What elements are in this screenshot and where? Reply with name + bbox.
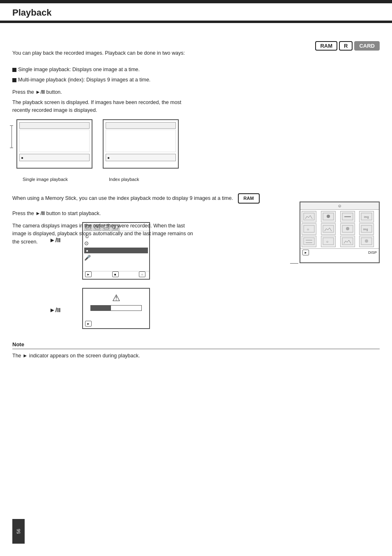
playpause-icon-2: ►/II	[49, 306, 60, 313]
top-bar	[0, 0, 392, 3]
vline-left	[12, 125, 12, 148]
play-pause-label-2: ►/II	[35, 211, 45, 216]
thumb-1	[302, 211, 316, 222]
svg-point-28	[365, 239, 368, 243]
arrow-line	[290, 263, 298, 264]
screen-index-content	[106, 130, 176, 152]
screen-index-label: Index playback	[109, 177, 139, 182]
thumb-2	[321, 211, 336, 222]
progress-bar-container	[90, 305, 142, 311]
para-5: The playback screen is displayed. If ima…	[12, 99, 195, 115]
hline-bottom	[10, 148, 13, 148]
para-2: Single image playback: Displays one imag…	[12, 66, 380, 74]
screen-single-bottom: ●	[19, 154, 90, 161]
bullet-2	[12, 78, 16, 82]
svg-text:☺: ☺	[326, 240, 329, 243]
alert-screen: ⚠ ►	[82, 288, 150, 329]
para-4: Press the ►/II button.	[12, 88, 195, 96]
thumb-play-btn[interactable]: ►	[302, 250, 309, 255]
hline-top	[10, 125, 13, 126]
progress-bar-fill	[91, 306, 111, 310]
alert-icon: ⚠	[87, 293, 145, 303]
svg-text:img: img	[364, 215, 369, 219]
thumb-5: ☺	[302, 223, 316, 235]
screen-single-label: Single image playback	[23, 177, 68, 182]
para-3: Multi-image playback (index): Displays 9…	[12, 76, 380, 84]
screen-index: ●	[103, 119, 179, 169]
list-item-selected: ●	[84, 248, 148, 253]
thumb-11	[340, 236, 355, 247]
screen-single-content	[19, 130, 90, 152]
screen-index-topbar	[106, 122, 176, 129]
alert-play-btn[interactable]: ►	[85, 321, 92, 327]
thumb-3	[340, 211, 355, 222]
play-pause-label-1: ►/II	[35, 89, 45, 95]
mini-screen-play-btn[interactable]: ►	[85, 271, 92, 277]
svg-point-18	[346, 227, 349, 230]
thumb-4: img	[359, 211, 374, 222]
alert-content: ⚠	[83, 289, 149, 315]
svg-rect-16	[323, 225, 334, 232]
mini-screen-rec-btn[interactable]: ○	[139, 271, 145, 277]
svg-rect-21	[304, 238, 314, 245]
svg-text:☺: ☺	[307, 228, 309, 231]
svg-point-9	[327, 215, 330, 218]
thumb-6	[321, 223, 336, 235]
screen-index-bottom: ●	[106, 154, 176, 161]
thumb-10: ☺	[321, 236, 336, 247]
para-press: Press the ►/II button to start playback.	[12, 210, 195, 218]
thumb-9	[302, 236, 316, 247]
svg-text:img: img	[363, 228, 368, 231]
para-1: You can play back the recorded images. P…	[12, 49, 380, 57]
mini-screen-bottombar: ► ■ ○	[83, 271, 149, 277]
thumb-8: img	[359, 223, 374, 235]
alert-bottom: ►	[85, 321, 93, 327]
section-underline	[0, 22, 392, 23]
page-indicator: 56	[12, 519, 25, 544]
note-section: Note The ► indicator appears on the scre…	[12, 341, 380, 360]
svg-rect-26	[342, 238, 353, 245]
thumb-7	[340, 223, 355, 235]
ram-badge-inline: RAM	[238, 193, 260, 204]
para-playback-desc: The camera displays images in the order …	[12, 222, 195, 246]
list-item-mic: 🎤	[84, 254, 148, 261]
note-title: Note	[12, 341, 380, 349]
screen-single-topbar	[19, 122, 90, 129]
section-title: Playback	[12, 7, 51, 18]
screen-single: ●	[16, 119, 92, 169]
svg-rect-7	[304, 213, 314, 220]
thumb-bottombar: ► DISP	[300, 248, 379, 256]
bullet-1	[12, 68, 16, 72]
thumb-screen: ☺ img ☺ img ☺ ► DISP	[300, 202, 380, 263]
thumb-12	[359, 236, 374, 247]
thumb-disp-label: DISP	[368, 250, 377, 255]
thumb-topbar: ☺	[300, 202, 379, 210]
note-content: The ► indicator appears on the screen du…	[12, 352, 380, 360]
mini-screen-stop-btn[interactable]: ■	[112, 271, 119, 277]
thumb-grid: img ☺ img ☺	[300, 210, 379, 248]
